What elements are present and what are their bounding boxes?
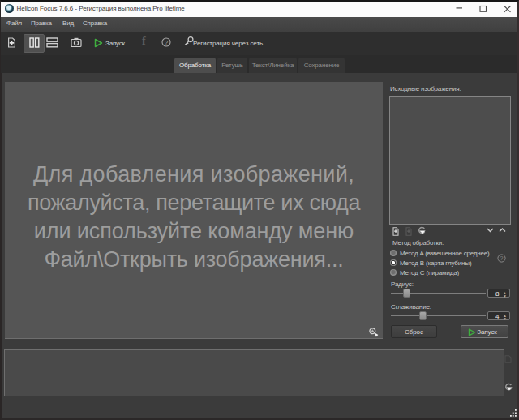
svg-text:?: ? — [165, 39, 168, 46]
svg-text:?: ? — [500, 255, 504, 261]
